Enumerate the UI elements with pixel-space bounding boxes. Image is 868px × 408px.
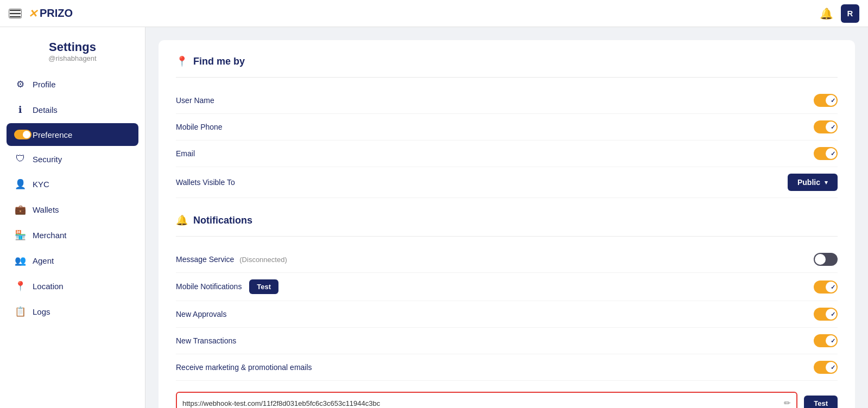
mobile-phone-row: Mobile Phone ✓ <box>176 114 838 141</box>
webhook-url-input[interactable] <box>182 399 781 407</box>
new-transactions-row: New Transactions ✓ <box>176 328 838 354</box>
mobile-notifications-toggle[interactable]: ✓ <box>814 280 838 294</box>
security-icon: 🛡 <box>14 154 26 164</box>
username-label: User Name <box>176 96 214 105</box>
main-layout: Settings @rishabhagent ⚙ Profile ℹ Detai… <box>0 27 868 408</box>
sidebar-item-label: KYC <box>33 180 49 189</box>
new-approvals-toggle[interactable]: ✓ <box>814 308 838 321</box>
logs-icon: 📋 <box>14 306 26 317</box>
marketing-emails-row: Receive marketing & promotional emails ✓ <box>176 354 838 381</box>
mobile-phone-toggle[interactable]: ✓ <box>814 120 838 133</box>
find-me-by-title: Find me by <box>193 56 245 67</box>
hamburger-menu[interactable] <box>9 9 22 18</box>
logo: ✕ PRIZO <box>28 7 73 20</box>
merchant-icon: 🏪 <box>14 229 26 241</box>
sidebar-item-label: Agent <box>33 256 54 265</box>
content-card: 📍 Find me by User Name ✓ Mobile Phone <box>159 40 855 408</box>
sidebar-item-logs[interactable]: 📋 Logs <box>7 299 138 324</box>
details-icon: ℹ <box>14 104 26 116</box>
chevron-down-icon: ▾ <box>825 179 828 186</box>
mobile-phone-toggle-wrap: ✓ <box>814 120 838 133</box>
preference-icon <box>14 130 26 139</box>
bell-icon: 🔔 <box>176 214 188 226</box>
message-service-toggle[interactable] <box>814 253 838 266</box>
sidebar-item-label: Security <box>33 155 62 164</box>
username-toggle[interactable]: ✓ <box>814 94 838 107</box>
new-transactions-label: New Transactions <box>176 336 236 345</box>
message-service-label: Message Service (Disconnected) <box>176 255 287 264</box>
sidebar-item-wallets[interactable]: 💼 Wallets <box>7 197 138 222</box>
marketing-emails-label: Receive marketing & promotional emails <box>176 363 312 372</box>
message-service-row: Message Service (Disconnected) <box>176 246 838 273</box>
new-transactions-toggle[interactable]: ✓ <box>814 334 838 347</box>
marketing-emails-toggle[interactable]: ✓ <box>814 361 838 374</box>
username-toggle-wrap: ✓ <box>814 94 838 107</box>
sidebar-item-label: Logs <box>33 307 50 316</box>
sidebar-item-location[interactable]: 📍 Location <box>7 274 138 298</box>
location-icon: 📍 <box>14 280 26 292</box>
mobile-phone-label: Mobile Phone <box>176 123 223 131</box>
wallets-visible-row: Wallets Visible To Public ▾ <box>176 167 838 198</box>
kyc-icon: 👤 <box>14 178 26 190</box>
profile-icon: ⚙ <box>14 79 26 90</box>
email-toggle[interactable]: ✓ <box>814 147 838 160</box>
find-me-by-header: 📍 Find me by <box>176 55 838 67</box>
logo-x: ✕ <box>28 7 37 20</box>
sidebar-item-label: Wallets <box>33 205 59 214</box>
mobile-notifications-row: Mobile Notifications Test ✓ <box>176 273 838 301</box>
location-pin-icon: 📍 <box>176 55 188 67</box>
sidebar-item-agent[interactable]: 👥 Agent <box>7 248 138 273</box>
sidebar-item-label: Location <box>33 282 64 291</box>
edit-icon[interactable]: ✏ <box>784 398 791 408</box>
webhook-row: ✏ Test <box>176 392 838 408</box>
top-navigation: ✕ PRIZO 🔔 R <box>0 0 868 27</box>
topnav-left: ✕ PRIZO <box>9 7 73 20</box>
username-row: User Name ✓ <box>176 87 838 114</box>
new-approvals-label: New Approvals <box>176 310 226 318</box>
wallets-visible-label: Wallets Visible To <box>176 178 235 187</box>
webhook-test-button[interactable]: Test <box>804 396 838 409</box>
sidebar-item-label: Preference <box>33 130 72 139</box>
mobile-notifications-label: Mobile Notifications Test <box>176 279 278 294</box>
notifications-bell[interactable]: 🔔 <box>820 7 833 20</box>
mobile-notifications-test-button[interactable]: Test <box>249 279 278 294</box>
new-approvals-row: New Approvals ✓ <box>176 301 838 328</box>
main-content: 📍 Find me by User Name ✓ Mobile Phone <box>145 27 868 408</box>
notifications-section: 🔔 Notifications Message Service (Disconn… <box>176 214 838 408</box>
sidebar-username: @rishabhagent <box>7 54 138 62</box>
logo-text: PRIZO <box>40 7 73 20</box>
sidebar-item-details[interactable]: ℹ Details <box>7 98 138 122</box>
notifications-header: 🔔 Notifications <box>176 214 838 226</box>
sidebar-item-preference[interactable]: Preference <box>7 123 138 146</box>
sidebar-item-label: Details <box>33 105 58 114</box>
notifications-title: Notifications <box>193 215 252 226</box>
sidebar-item-kyc[interactable]: 👤 KYC <box>7 172 138 196</box>
email-toggle-wrap: ✓ <box>814 147 838 160</box>
sidebar-item-profile[interactable]: ⚙ Profile <box>7 72 138 97</box>
sidebar: Settings @rishabhagent ⚙ Profile ℹ Detai… <box>0 27 145 408</box>
wallets-icon: 💼 <box>14 204 26 215</box>
sidebar-item-label: Profile <box>33 80 56 89</box>
wallets-visibility-dropdown[interactable]: Public ▾ <box>788 174 838 191</box>
email-row: Email ✓ <box>176 141 838 167</box>
sidebar-item-label: Merchant <box>33 231 67 240</box>
disconnected-badge: (Disconnected) <box>239 256 287 264</box>
webhook-input-wrap: ✏ <box>176 392 797 408</box>
email-label: Email <box>176 149 195 158</box>
public-label: Public <box>797 178 820 187</box>
sidebar-title: Settings <box>7 40 138 54</box>
agent-icon: 👥 <box>14 255 26 266</box>
sidebar-item-merchant[interactable]: 🏪 Merchant <box>7 223 138 247</box>
sidebar-item-security[interactable]: 🛡 Security <box>7 147 138 171</box>
topnav-right: 🔔 R <box>820 4 859 23</box>
user-avatar[interactable]: R <box>841 4 859 23</box>
